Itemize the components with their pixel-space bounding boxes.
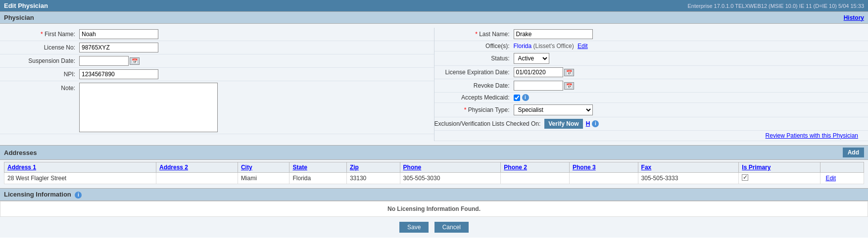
physician-type-label: * Physician Type: — [434, 106, 514, 113]
state-sort-link[interactable]: State — [292, 164, 307, 171]
address1-sort-link[interactable]: Address 1 — [7, 164, 36, 171]
physician-form: * First Name: License No: Suspension Dat… — [0, 24, 868, 145]
review-patients-link[interactable]: Review Patients with this Physician — [766, 132, 858, 139]
zip-sort-link[interactable]: Zip — [350, 164, 359, 171]
city-sort-link[interactable]: City — [241, 164, 252, 171]
col-city: City — [238, 162, 289, 173]
phone2-sort-link[interactable]: Phone 2 — [504, 164, 527, 171]
suspension-date-label: Suspension Date: — [0, 57, 79, 64]
phone3-sort-link[interactable]: Phone 3 — [573, 164, 596, 171]
phone3-cell — [569, 173, 638, 184]
review-patients-row: Review Patients with this Physician — [434, 131, 868, 141]
first-name-label: * First Name: — [0, 31, 79, 38]
license-exp-input[interactable] — [514, 67, 563, 77]
first-name-row: * First Name: — [0, 28, 434, 41]
history-link[interactable]: History — [844, 14, 864, 21]
revoke-date-row: Revoke Date: 📅 — [434, 79, 868, 93]
first-name-required: * — [41, 31, 45, 38]
cancel-button[interactable]: Cancel — [434, 222, 469, 233]
physician-header-label: Physician — [4, 14, 34, 21]
addresses-table: Address 1 Address 2 City State Zip Phone… — [4, 162, 864, 184]
revoke-date-label: Revoke Date: — [434, 82, 514, 89]
phone2-cell — [501, 173, 570, 184]
note-label: Note: — [0, 83, 79, 92]
physician-type-row: * Physician Type: Specialist General — [434, 103, 868, 117]
npi-input[interactable] — [79, 69, 158, 79]
physician-type-required: * — [464, 106, 468, 113]
licensing-info-icon[interactable]: i — [75, 192, 82, 199]
address2-sort-link[interactable]: Address 2 — [159, 164, 188, 171]
suspension-date-row: Suspension Date: 📅 — [0, 54, 434, 68]
add-address-button[interactable]: Add — [843, 148, 864, 157]
suspension-date-calendar-btn[interactable]: 📅 — [130, 57, 140, 65]
exclusion-row: Exclusion/Verification Lists Checked On:… — [434, 117, 868, 131]
revoke-date-input[interactable] — [514, 81, 563, 91]
no-licensing-data: No Licensing Information Found. — [0, 201, 868, 217]
title-bar: Edit Physician Enterprise 17.0.1.0 TELXW… — [0, 0, 868, 11]
address-row-1: 28 West Flagler Street Miami Florida 331… — [4, 173, 864, 184]
save-button[interactable]: Save — [399, 222, 429, 233]
offices-label: Office(s): — [434, 43, 514, 50]
col-actions — [820, 162, 864, 173]
state-cell: Florida — [289, 173, 346, 184]
fax-cell: 305-505-3333 — [638, 173, 739, 184]
exclusion-info-icon[interactable]: i — [592, 120, 599, 127]
physician-section-header: Physician History — [0, 11, 868, 24]
accepts-medicaid-checkbox[interactable] — [514, 95, 520, 101]
h-link[interactable]: H — [586, 120, 590, 127]
suspension-date-input[interactable] — [79, 56, 129, 66]
offices-value: Florida (Lisset's Office) Edit — [514, 43, 588, 50]
addresses-section-header: Addresses Add — [0, 145, 868, 160]
addresses-header-label: Addresses — [4, 149, 37, 156]
licensing-section-header: Licensing Information i — [0, 188, 868, 201]
status-row: Status: Active Inactive — [434, 51, 868, 66]
npi-label: NPI: — [0, 71, 79, 78]
fax-sort-link[interactable]: Fax — [641, 164, 652, 171]
col-address1: Address 1 — [4, 162, 156, 173]
form-columns: * First Name: License No: Suspension Dat… — [0, 28, 868, 141]
version-info: Enterprise 17.0.1.0 TELXWEB12 (MSIE 10.0… — [687, 3, 864, 9]
revoke-date-calendar-btn[interactable]: 📅 — [564, 82, 574, 90]
is-primary-checkbox — [742, 174, 748, 181]
is-primary-sort-link[interactable]: Is Primary — [742, 164, 771, 171]
status-select[interactable]: Active Inactive — [514, 53, 549, 64]
address2-cell — [156, 173, 238, 184]
col-zip: Zip — [346, 162, 400, 173]
status-label: Status: — [434, 55, 514, 62]
first-name-input[interactable] — [79, 29, 158, 39]
col-phone3: Phone 3 — [569, 162, 638, 173]
license-exp-row: License Expiration Date: 📅 — [434, 66, 868, 79]
offices-edit-link[interactable]: Edit — [578, 43, 588, 50]
last-name-label: * Last Name: — [434, 31, 514, 38]
footer-buttons: Save Cancel — [0, 217, 868, 238]
offices-sub: (Lisset's Office) — [533, 43, 574, 50]
physician-type-select[interactable]: Specialist General — [514, 104, 593, 115]
accepts-medicaid-info-icon[interactable]: i — [522, 94, 529, 101]
col-is-primary: Is Primary — [739, 162, 820, 173]
note-textarea[interactable] — [79, 83, 218, 132]
license-exp-calendar-btn[interactable]: 📅 — [564, 69, 574, 76]
last-name-row: * Last Name: — [434, 28, 868, 41]
addresses-section: Address 1 Address 2 City State Zip Phone… — [0, 160, 868, 188]
accepts-medicaid-label: Accepts Medicaid: — [434, 94, 514, 101]
offices-row: Office(s): Florida (Lisset's Office) Edi… — [434, 41, 868, 51]
city-cell: Miami — [238, 173, 289, 184]
col-fax: Fax — [638, 162, 739, 173]
addresses-table-header-row: Address 1 Address 2 City State Zip Phone… — [4, 162, 864, 173]
address-edit-link[interactable]: Edit — [825, 175, 836, 182]
phone-cell: 305-505-3030 — [400, 173, 501, 184]
license-no-input[interactable] — [79, 43, 158, 52]
note-row: Note: — [0, 81, 434, 134]
last-name-input[interactable] — [514, 29, 593, 39]
page-title: Edit Physician — [4, 2, 48, 9]
license-no-row: License No: — [0, 41, 434, 54]
accepts-medicaid-row: Accepts Medicaid: i — [434, 93, 868, 103]
last-name-required: * — [475, 31, 479, 38]
col-state: State — [289, 162, 346, 173]
offices-florida-link[interactable]: Florida — [514, 43, 532, 50]
licensing-header-label: Licensing Information i — [4, 191, 82, 199]
verify-now-button[interactable]: Verify Now — [544, 119, 582, 129]
action-cell: Edit — [820, 173, 864, 184]
license-exp-label: License Expiration Date: — [434, 69, 514, 76]
phone-sort-link[interactable]: Phone — [403, 164, 422, 171]
